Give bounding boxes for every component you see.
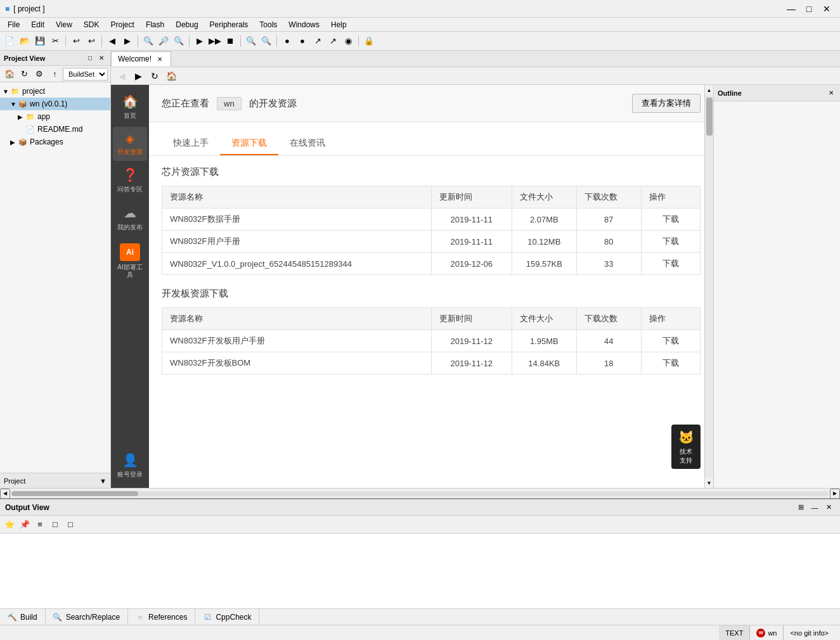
toolbar-build[interactable]: ▶ — [193, 34, 207, 48]
sidebar-item-home[interactable]: 🏠 首页 — [113, 89, 147, 125]
resource-action[interactable]: 下载 — [641, 330, 700, 352]
h-scroll-thumb[interactable] — [11, 491, 138, 496]
sidebar-item-account[interactable]: 👤 账号登录 — [113, 447, 147, 484]
toolbar-misc3[interactable]: ↗ — [311, 34, 325, 48]
resource-size: 2.07MB — [512, 208, 576, 231]
tree-item-app[interactable]: ▶ 📁 app — [0, 110, 110, 123]
resource-action[interactable]: 下载 — [641, 208, 700, 231]
tech-support-badge[interactable]: 🐱 技术支持 — [671, 425, 701, 469]
resource-count: 18 — [576, 352, 641, 374]
outline-close-btn[interactable]: ✕ — [826, 88, 836, 98]
toolbar-search[interactable]: 🔍 — [141, 34, 155, 48]
tree-item-project[interactable]: ▼ 📁 project — [0, 85, 110, 98]
scrollbar-down-btn[interactable]: ▼ — [705, 478, 713, 488]
table-row: WN8032F开发板用户手册 2019-11-12 1.95MB 44 下载 — [162, 330, 701, 352]
h-scroll-left-btn[interactable]: ◀ — [0, 489, 10, 499]
toolbar-lock[interactable]: 🔒 — [362, 34, 376, 48]
output-tb4[interactable]: □ — [48, 518, 62, 532]
output-minimize-btn[interactable]: — — [808, 502, 821, 513]
toolbar-stop[interactable]: ⏹ — [223, 34, 237, 48]
output-tab-searchreplace[interactable]: 🔍 Search/Replace — [46, 609, 128, 625]
toolbar-prev[interactable]: ◀ — [105, 34, 119, 48]
toolbar-next[interactable]: ▶ — [120, 34, 134, 48]
resource-size: 10.12MB — [512, 231, 576, 253]
menu-help[interactable]: Help — [326, 19, 352, 30]
output-tb1[interactable]: ⭐ — [3, 518, 16, 532]
toolbar-new[interactable]: 📄 — [3, 34, 16, 48]
toolbar-misc1[interactable]: ● — [280, 34, 294, 48]
toolbar-cut[interactable]: ✂ — [48, 34, 62, 48]
chip-section-title: 芯片资源下载 — [162, 166, 701, 178]
menu-edit[interactable]: Edit — [26, 19, 49, 30]
tab-news[interactable]: 在线资讯 — [278, 132, 337, 155]
table-row: WN8032F开发板BOM 2019-11-12 14.84KB 18 下载 — [162, 352, 701, 374]
proj-settings-btn[interactable]: ⚙ — [33, 67, 47, 81]
menu-flash[interactable]: Flash — [141, 19, 169, 30]
buildset-combo[interactable]: BuildSet — [63, 68, 108, 80]
sidebar-item-publish[interactable]: ☁ 我的发布 — [113, 200, 147, 237]
menu-sdk[interactable]: SDK — [79, 19, 105, 30]
toolbar-misc4[interactable]: ↗ — [326, 34, 340, 48]
tab-welcome[interactable]: Welcome! ✕ — [111, 51, 171, 67]
menu-file[interactable]: File — [3, 19, 25, 30]
nav-back-btn[interactable]: ◀ — [115, 69, 129, 83]
toolbar-zoom[interactable]: 🔍 — [244, 34, 258, 48]
output-tb5[interactable]: □ — [63, 518, 77, 532]
output-tab-build[interactable]: 🔨 Build — [0, 609, 46, 625]
toolbar-build2[interactable]: ▶▶ — [208, 34, 222, 48]
resource-count: 44 — [576, 330, 641, 352]
minimize-button[interactable]: — — [783, 3, 799, 15]
tab-quickstart[interactable]: 快速上手 — [162, 132, 220, 155]
toolbar-undo[interactable]: ↩ — [69, 34, 83, 48]
sidebar-item-qa[interactable]: ❓ 问答专区 — [113, 162, 147, 199]
proj-arrow-btn[interactable]: ↑ — [48, 67, 61, 81]
output-maximize-btn[interactable]: ✕ — [822, 502, 835, 513]
table-row: WN8032F_V1.0.0_project_65244548515128934… — [162, 253, 701, 275]
proj-refresh-btn[interactable]: ↻ — [18, 67, 32, 81]
menu-tools[interactable]: Tools — [254, 19, 282, 30]
toolbar-search2[interactable]: 🔎 — [157, 34, 171, 48]
view-detail-btn[interactable]: 查看方案详情 — [632, 94, 701, 113]
readme-icon: 📄 — [25, 124, 36, 134]
output-tab-references[interactable]: ○ References — [128, 609, 195, 625]
scrollbar-thumb[interactable] — [706, 98, 713, 136]
resource-action[interactable]: 下载 — [641, 231, 700, 253]
nav-refresh-btn[interactable]: ↻ — [148, 69, 162, 83]
proj-home-btn[interactable]: 🏠 — [3, 67, 16, 81]
sidebar-label-aitools: AI部署工具 — [115, 264, 145, 279]
tree-item-wn[interactable]: ▼ 📦 wn (v0.0.1) — [0, 98, 110, 110]
close-button[interactable]: ✕ — [818, 3, 835, 15]
toolbar-zoom2[interactable]: 🔍 — [259, 34, 273, 48]
content-scrollbar[interactable]: ▲ ▼ — [704, 85, 713, 488]
tab-welcome-close[interactable]: ✕ — [155, 54, 164, 63]
output-float-btn[interactable]: ⊞ — [794, 502, 807, 513]
h-scroll-right-btn[interactable]: ▶ — [830, 489, 840, 499]
tree-item-readme[interactable]: 📄 README.md — [0, 123, 110, 136]
toolbar-undo2[interactable]: ↩ — [84, 34, 98, 48]
output-tab-cppcheck[interactable]: ☑ CppCheck — [195, 609, 259, 625]
nav-home-btn[interactable]: 🏠 — [164, 69, 178, 83]
panel-maximize-btn[interactable]: □ — [85, 53, 95, 63]
toolbar-searchfile[interactable]: 🔍 — [172, 34, 186, 48]
scrollbar-up-btn[interactable]: ▲ — [705, 85, 713, 95]
toolbar-misc2[interactable]: ● — [295, 34, 309, 48]
menu-windows[interactable]: Windows — [283, 19, 325, 30]
tree-item-packages[interactable]: ▶ 📦 Packages — [0, 136, 110, 148]
toolbar-misc5[interactable]: ◉ — [341, 34, 355, 48]
output-tb3[interactable]: ≡ — [33, 518, 47, 532]
sidebar-item-aitools[interactable]: Ai AI部署工具 — [113, 238, 147, 284]
sidebar-item-devresources[interactable]: ◈ 开发资源 — [113, 127, 147, 161]
tab-resources[interactable]: 资源下载 — [220, 132, 278, 155]
menu-peripherals[interactable]: Peripherals — [205, 19, 254, 30]
resource-action[interactable]: 下载 — [641, 352, 700, 374]
menu-view[interactable]: View — [51, 19, 77, 30]
menu-debug[interactable]: Debug — [171, 19, 203, 30]
menu-project[interactable]: Project — [106, 19, 139, 30]
nav-forward-btn[interactable]: ▶ — [131, 69, 145, 83]
toolbar-save[interactable]: 💾 — [33, 34, 47, 48]
toolbar-open[interactable]: 📂 — [18, 34, 32, 48]
resource-action[interactable]: 下载 — [641, 253, 700, 275]
output-tb2[interactable]: 📌 — [18, 518, 32, 532]
maximize-button[interactable]: □ — [801, 3, 817, 15]
panel-close-btn[interactable]: ✕ — [96, 53, 107, 63]
